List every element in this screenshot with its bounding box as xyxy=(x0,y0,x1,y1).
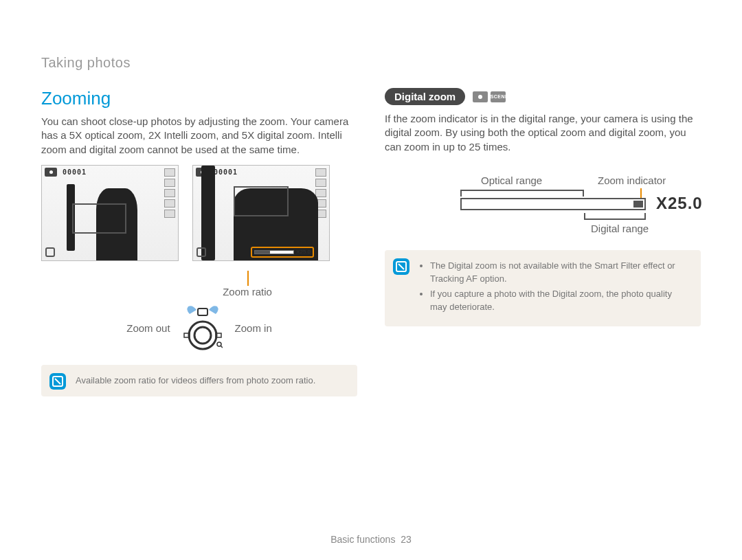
svg-line-10 xyxy=(398,264,404,269)
zoom-range-diagram: Optical range Zoom indicator X25.0 Digit… xyxy=(385,162,701,238)
note-box-left: Available zoom ratio for videos differs … xyxy=(41,365,357,396)
screenshot-wide: 00001 xyxy=(41,165,179,261)
zoom-value: X25.0 xyxy=(656,194,703,213)
svg-rect-0 xyxy=(198,309,207,315)
zoom-bar-fill xyxy=(633,201,643,208)
screenshot-zoomed: 00001 X25.0 xyxy=(192,165,330,261)
zoom-indicator-highlight: X25.0 xyxy=(251,247,314,258)
left-column: Zooming You can shoot close-up photos by… xyxy=(41,88,357,396)
breadcrumb: Taking photos xyxy=(41,55,701,71)
stabilizer-icon xyxy=(45,247,55,257)
mode-scene-icon: SCENE xyxy=(491,91,506,102)
note-box-right: The Digital zoom is not available with t… xyxy=(385,250,701,326)
example-screens: 00001 00001 xyxy=(41,165,357,261)
section-heading-zooming: Zooming xyxy=(41,88,357,109)
side-icon-strip xyxy=(164,168,175,258)
zoom-in-label: Zoom in xyxy=(235,322,272,334)
zoom-out-label: Zoom out xyxy=(126,322,170,334)
zooming-paragraph: You can shoot close-up photos by adjusti… xyxy=(41,115,357,157)
digital-zoom-paragraph: If the zoom indicator is in the digital … xyxy=(385,112,701,154)
zoom-value-mini: X25.0 xyxy=(296,249,311,255)
right-column: Digital zoom SCENE If the zoom indicator… xyxy=(385,88,701,396)
zoom-control-diagram: Zoom out Zoom in xyxy=(41,304,357,352)
zoom-ring-icon xyxy=(183,304,223,352)
page-footer: Basic functions 23 xyxy=(0,534,742,545)
note-icon xyxy=(49,373,66,390)
optical-range-label: Optical range xyxy=(481,175,542,186)
shot-counter: 00001 xyxy=(63,168,87,176)
svg-point-2 xyxy=(194,327,211,344)
callout-line xyxy=(247,271,249,286)
note-item: If you capture a photo with the Digital … xyxy=(430,288,690,314)
zoom-bar xyxy=(460,198,646,210)
shot-counter: 00001 xyxy=(214,168,238,176)
stabilizer-icon xyxy=(196,247,206,257)
zoom-ratio-label: Zoom ratio xyxy=(158,286,337,298)
digital-zoom-pill: Digital zoom xyxy=(385,88,465,105)
digital-range-label: Digital range xyxy=(591,223,649,234)
footer-section: Basic functions xyxy=(330,534,395,545)
af-frame xyxy=(234,186,288,216)
note-icon xyxy=(393,258,409,275)
note-item: The Digital zoom is not available with t… xyxy=(430,260,690,286)
svg-line-8 xyxy=(55,379,60,384)
footer-page-number: 23 xyxy=(401,534,412,545)
lamp-silhouette xyxy=(201,166,215,260)
af-frame xyxy=(72,203,126,234)
mode-program-icon xyxy=(473,91,488,102)
camera-icon xyxy=(45,168,57,177)
zoom-indicator-label: Zoom indicator xyxy=(598,175,666,186)
note-text: Available zoom ratio for videos differs … xyxy=(76,374,346,387)
svg-line-6 xyxy=(221,346,223,348)
